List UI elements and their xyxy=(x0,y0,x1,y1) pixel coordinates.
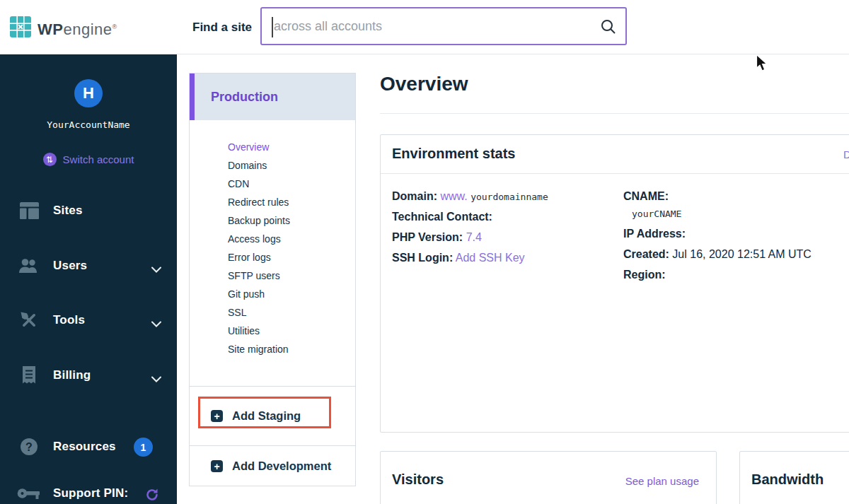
wp-engine-logo[interactable]: WPengine® xyxy=(10,16,117,40)
menu-item-utilities[interactable]: Utilities xyxy=(228,322,355,340)
notification-badge: 1 xyxy=(134,438,153,457)
help-circle-icon: ? xyxy=(17,438,41,456)
env-stats-left-column: Domain: www. yourdomainname Technical Co… xyxy=(392,186,548,268)
menu-item-git-push[interactable]: Git push xyxy=(228,285,355,303)
add-staging-label: Add Staging xyxy=(232,409,301,423)
region-row: Region: xyxy=(623,264,812,285)
technical-contact-row: Technical Contact: xyxy=(392,206,548,227)
environment-stats-title: Environment stats xyxy=(392,146,515,162)
wp-engine-logo-icon xyxy=(10,16,31,40)
switch-arrows-icon: ⇅ xyxy=(43,153,57,166)
created-row: Created: Jul 16, 2020 12:51 AM UTC xyxy=(623,244,812,264)
page-title: Overview xyxy=(380,73,468,95)
php-version-row: PHP Version: 7.4 xyxy=(392,227,548,247)
cname-row: CNAME: xyxy=(623,186,812,206)
menu-item-domains[interactable]: Domains xyxy=(228,156,355,175)
refresh-pin-icon[interactable] xyxy=(145,488,159,504)
environment-menu-panel: Production Overview Domains CDN Redirect… xyxy=(189,73,356,486)
text-caret xyxy=(272,17,273,37)
add-ssh-key-link[interactable]: Add SSH Key xyxy=(456,252,525,264)
menu-item-error-logs[interactable]: Error logs xyxy=(228,248,355,266)
sidebar-item-label: Tools xyxy=(53,313,85,327)
wp-engine-logo-text: WPengine® xyxy=(37,16,117,40)
add-staging-button[interactable]: + Add Staging xyxy=(190,386,355,445)
plus-icon: + xyxy=(211,460,223,472)
registered-mark: ® xyxy=(112,23,117,30)
find-a-site-label: Find a site xyxy=(192,20,252,35)
environment-stats-header: Environment stats D xyxy=(381,135,849,174)
menu-item-cdn[interactable]: CDN xyxy=(228,175,355,193)
domain-row: Domain: www. yourdomainname xyxy=(392,186,548,206)
visitors-title: Visitors xyxy=(392,471,444,488)
ssh-login-row: SSH Login: Add SSH Key xyxy=(392,247,548,268)
billing-icon xyxy=(17,366,41,385)
menu-item-ssl[interactable]: SSL xyxy=(228,303,355,322)
sidebar-item-label: Users xyxy=(53,259,87,273)
plus-icon: + xyxy=(211,410,223,422)
site-search-input[interactable] xyxy=(262,8,625,44)
add-development-button[interactable]: + Add Development xyxy=(190,445,355,486)
search-icon[interactable] xyxy=(601,19,616,37)
site-search-box[interactable] xyxy=(260,7,627,45)
domain-www-link[interactable]: www. xyxy=(440,190,467,202)
chevron-down-icon xyxy=(151,317,161,330)
account-name: YourAccountName xyxy=(0,119,177,130)
sidebar-item-sites[interactable]: Sites xyxy=(0,198,177,223)
account-avatar[interactable]: H xyxy=(74,79,103,107)
domain-value: yourdomainname xyxy=(470,192,548,202)
sidebar-item-tools[interactable]: Tools xyxy=(0,307,177,333)
details-link[interactable]: D xyxy=(843,148,849,160)
created-value: Jul 16, 2020 12:51 AM UTC xyxy=(672,248,812,260)
svg-text:?: ? xyxy=(25,441,33,453)
main-sidebar: H YourAccountName ⇅ Switch account Sites xyxy=(0,54,177,504)
sidebar-item-label: Sites xyxy=(53,204,83,218)
menu-item-site-migration[interactable]: Site migration xyxy=(228,340,355,358)
sidebar-item-label: Billing xyxy=(53,368,91,382)
visitors-card: Visitors See plan usage xyxy=(380,451,717,504)
key-icon xyxy=(17,487,41,500)
switch-account-link[interactable]: ⇅ Switch account xyxy=(0,153,177,166)
chevron-down-icon xyxy=(151,373,161,385)
bandwidth-title: Bandwidth xyxy=(751,471,824,488)
sidebar-item-billing[interactable]: Billing xyxy=(0,363,177,388)
menu-item-access-logs[interactable]: Access logs xyxy=(228,230,355,248)
see-plan-usage-link[interactable]: See plan usage xyxy=(625,475,699,487)
sidebar-item-label: Resources xyxy=(53,440,116,454)
title-divider xyxy=(380,113,849,114)
environment-name: Production xyxy=(211,90,278,105)
sidebar-item-resources[interactable]: ? Resources 1 xyxy=(0,434,177,459)
users-icon xyxy=(17,259,41,274)
bandwidth-card: Bandwidth xyxy=(739,451,849,504)
environment-menu-list: Overview Domains CDN Redirect rules Back… xyxy=(190,120,355,386)
env-stats-right-column: CNAME: yourCNAME IP Address: Created: Ju… xyxy=(623,186,812,285)
active-environment-bar xyxy=(190,74,195,120)
sidebar-item-users[interactable]: Users xyxy=(0,253,177,279)
php-version-link[interactable]: 7.4 xyxy=(466,231,482,243)
menu-item-overview[interactable]: Overview xyxy=(228,138,355,156)
sidebar-item-support-pin[interactable]: Support PIN: xyxy=(0,481,177,504)
sites-icon xyxy=(17,202,41,219)
menu-item-backup-points[interactable]: Backup points xyxy=(228,211,355,230)
menu-item-redirect-rules[interactable]: Redirect rules xyxy=(228,193,355,211)
sidebar-item-label: Support PIN: xyxy=(53,486,128,500)
tools-icon xyxy=(17,311,41,329)
chevron-down-icon xyxy=(151,263,161,276)
switch-account-label: Switch account xyxy=(63,153,134,165)
environment-header[interactable]: Production xyxy=(190,74,355,120)
environment-stats-card: Environment stats D Domain: www. yourdom… xyxy=(380,134,849,433)
wp-engine-app: WPengine® Find a site H YourAccountName … xyxy=(0,0,849,504)
ip-address-row: IP Address: xyxy=(623,223,812,244)
mouse-cursor xyxy=(756,54,769,76)
menu-item-sftp-users[interactable]: SFTP users xyxy=(228,266,355,285)
add-development-label: Add Development xyxy=(232,459,331,473)
cname-value-row: yourCNAME xyxy=(623,206,812,223)
cname-value: yourCNAME xyxy=(632,209,681,219)
top-bar: WPengine® Find a site xyxy=(0,0,849,54)
